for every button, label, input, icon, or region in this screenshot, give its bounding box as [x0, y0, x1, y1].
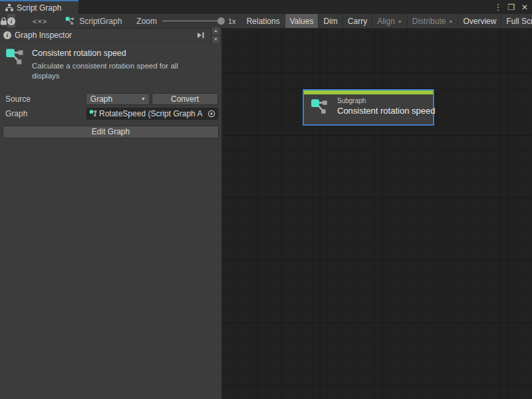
- script-graph-window: Script Graph ⋮ ❐ ✕ i <×>: [0, 0, 532, 399]
- overview-button[interactable]: Overview: [458, 14, 501, 28]
- full-screen-button[interactable]: Full Screen: [501, 14, 532, 28]
- dock-right-icon: [197, 32, 205, 39]
- node-kind-label: Subgraph: [337, 97, 435, 104]
- values-button[interactable]: Values: [285, 14, 319, 28]
- dock-panel-button[interactable]: [194, 30, 207, 41]
- object-field-value: RotateSpeed (Script Graph A: [99, 109, 206, 118]
- info-icon: i: [7, 17, 15, 25]
- graph-canvas[interactable]: Subgraph Consistent rotation speed: [223, 29, 532, 399]
- source-row: Source Graph ▼ Convert: [0, 92, 221, 106]
- panel-scroll-spinner: ▲ ▼: [211, 27, 220, 44]
- subgraph-node[interactable]: Subgraph Consistent rotation speed: [303, 89, 434, 126]
- chevron-down-icon: ▼: [398, 19, 402, 24]
- dim-button[interactable]: Dim: [319, 14, 342, 28]
- code-view-button[interactable]: <×>: [33, 14, 47, 28]
- distribute-dropdown[interactable]: Distribute ▼: [408, 14, 459, 28]
- zoom-label: Zoom: [136, 17, 157, 26]
- chevron-down-icon: ▼: [448, 19, 453, 24]
- scroll-up-button[interactable]: ▲: [211, 27, 220, 35]
- scroll-down-button[interactable]: ▼: [211, 35, 220, 44]
- graph-description: Calculate a consistent rotation speed fo…: [32, 61, 206, 81]
- graph-node-icon: [5, 48, 25, 81]
- graph-node-icon: [311, 98, 329, 115]
- script-graph-hierarchy-icon: [5, 4, 13, 11]
- graph-row: Graph RotateSpeed (Script Graph A: [0, 106, 221, 121]
- zoom-slider-handle[interactable]: [217, 17, 225, 25]
- window-controls: ⋮ ❐ ✕: [493, 0, 529, 14]
- window-menu-icon[interactable]: ⋮: [493, 2, 503, 13]
- align-dropdown[interactable]: Align ▼: [372, 14, 408, 28]
- convert-button[interactable]: Convert: [152, 93, 218, 105]
- object-picker-icon[interactable]: [206, 110, 216, 118]
- close-icon[interactable]: ✕: [520, 2, 529, 13]
- inspector-header-title: Graph Inspector: [15, 31, 191, 40]
- lock-button[interactable]: [0, 14, 7, 28]
- tab-title: Script Graph: [17, 3, 61, 13]
- edit-graph-button[interactable]: Edit Graph: [3, 126, 219, 138]
- graph-type-label: ScriptGraph: [79, 17, 122, 26]
- zoom-control: Zoom 1x: [136, 14, 235, 28]
- graph-title: Consistent rotation speed: [32, 49, 206, 58]
- graph-object-field[interactable]: RotateSpeed (Script Graph A: [86, 108, 218, 120]
- lock-icon: [0, 17, 7, 25]
- graph-inspector-panel: i Graph Inspector ▲ ▼: [0, 29, 222, 399]
- graph-toolbar: i <×> ScriptGraph Zoom 1x: [0, 14, 532, 29]
- info-icon: i: [3, 31, 11, 39]
- graph-type-indicator: ScriptGraph: [65, 14, 122, 28]
- graph-summary: Consistent rotation speed Calculate a co…: [0, 42, 221, 85]
- zoom-value: 1x: [228, 17, 236, 25]
- code-icon: <×>: [33, 17, 47, 25]
- tab-bar: Script Graph ⋮ ❐ ✕: [0, 0, 532, 14]
- graph-field-label: Graph: [5, 109, 86, 118]
- scriptgraph-icon: [89, 110, 98, 117]
- relations-button[interactable]: Relations: [242, 14, 285, 28]
- graph-inspector-header: i Graph Inspector ▲ ▼: [0, 29, 221, 42]
- toolbar-toggle-group: Relations Values Dim Carry Align ▼ Distr…: [242, 14, 532, 28]
- source-label: Source: [5, 94, 86, 104]
- node-title: Consistent rotation speed: [337, 106, 435, 116]
- maximize-icon[interactable]: ❐: [507, 2, 516, 13]
- carry-button[interactable]: Carry: [343, 14, 372, 28]
- chevron-down-icon: ▼: [141, 96, 146, 101]
- scriptgraph-icon: [65, 17, 75, 25]
- inspector-toggle-button[interactable]: i: [7, 14, 15, 28]
- zoom-slider[interactable]: [162, 21, 223, 21]
- source-dropdown[interactable]: Graph ▼: [86, 93, 150, 105]
- tab-script-graph[interactable]: Script Graph: [0, 0, 78, 14]
